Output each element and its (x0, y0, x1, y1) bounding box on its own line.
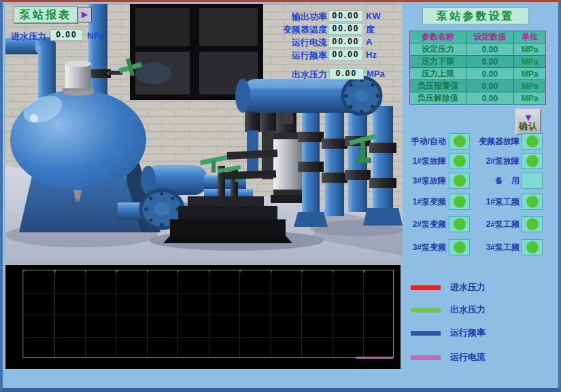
run-current-unit: A (366, 37, 372, 47)
param-value-field[interactable]: 0.00 (466, 80, 514, 92)
table-row: 负压解除值 0.00 MPa (410, 92, 546, 105)
outlet-pressure-label: 出水压力 (259, 69, 327, 81)
lamp-pump2-fault (522, 153, 543, 169)
param-name: 负压报警值 (410, 80, 466, 92)
status-label-manual-auto: 手动/自动 (401, 133, 446, 149)
legend-swatch-run-frequency (411, 331, 441, 336)
output-power-label: 输出功率 (259, 11, 327, 23)
run-current-value: 00.00 (328, 36, 363, 48)
table-row: 压力下限 0.00 MPa (410, 56, 546, 68)
status-label-pump2-vfd: 2#泵变频 (401, 216, 446, 232)
param-name: 压力上限 (410, 68, 466, 80)
lamp-dot (526, 196, 539, 208)
lamp-pump2-mains (522, 216, 543, 232)
trend-plot-area (22, 270, 394, 358)
status-label-pump3-mains: 3#泵工频 (469, 239, 520, 255)
lamp-dot (454, 241, 466, 253)
param-unit: MPa (514, 92, 546, 105)
table-row: 负压报警值 0.00 MPa (410, 80, 546, 92)
lamp-dot (454, 196, 466, 208)
status-label-pump3-fault: 3#泵故障 (401, 173, 446, 189)
lamp-dot (526, 135, 539, 147)
status-label-pump1-vfd: 1#泵变频 (401, 194, 446, 210)
lamp-pump3-mains (522, 239, 543, 255)
lamp-pump2-vfd (449, 216, 470, 232)
run-frequency-label: 运行频率 (259, 50, 327, 62)
param-value-field[interactable]: 0.00 (466, 43, 514, 56)
lamp-pump1-fault (449, 153, 470, 169)
legend-label-outlet-pressure: 出水压力 (450, 304, 486, 316)
col-header-unit: 单位 (514, 31, 546, 43)
inverter-temp-unit: 度 (366, 24, 375, 36)
legend-swatch-outlet-pressure (411, 308, 441, 313)
status-row: 2#泵变频 2#泵工频 (3, 216, 561, 232)
param-unit: MPa (514, 43, 546, 56)
inlet-pressure-label: 进水压力 (11, 31, 46, 43)
inlet-pressure-unit: NPa (87, 31, 104, 41)
status-row: 手动/自动 变频器故障 (3, 133, 561, 149)
lamp-dot (454, 175, 466, 187)
status-row: 1#泵故障 2#泵故障 (3, 153, 561, 169)
status-label-vfd-fault: 变频器故障 (469, 133, 520, 149)
status-row: 3#泵故障 备 用 (3, 173, 561, 189)
lamp-dot (526, 155, 539, 167)
param-value-field[interactable]: 0.00 (466, 92, 514, 105)
outlet-pressure-unit: MPa (367, 69, 385, 79)
status-row: 1#泵变频 1#泵工频 (3, 194, 561, 210)
run-current-label: 运行电流 (259, 37, 327, 49)
lamp-pump1-mains (522, 194, 543, 210)
lamp-vfd-fault (522, 133, 543, 149)
report-button[interactable]: 泵站报表 (14, 6, 78, 23)
lamp-dot (454, 135, 466, 147)
col-header-name: 参数名称 (410, 31, 466, 43)
param-unit: MPa (514, 56, 546, 68)
param-unit: MPa (514, 80, 546, 92)
output-power-unit: KW (366, 11, 381, 21)
param-name: 压力下限 (410, 56, 466, 68)
status-row: 3#泵变频 3#泵工频 (3, 239, 561, 255)
status-label-pump2-fault: 2#泵故障 (469, 153, 520, 169)
settings-panel-title: 泵站参数设置 (422, 7, 529, 24)
status-label-spare: 备 用 (469, 173, 520, 189)
lamp-dot (526, 218, 539, 230)
play-icon[interactable]: ▶ (78, 7, 92, 22)
lamp-manual-auto (449, 133, 470, 149)
status-label-pump3-vfd: 3#泵变频 (401, 239, 446, 255)
run-current-trace (356, 357, 393, 359)
run-frequency-value: 00.00 (328, 49, 363, 60)
legend-label-run-current: 运行电流 (450, 351, 486, 363)
lamp-dot (454, 155, 466, 167)
output-power-value: 00.00 (328, 10, 363, 22)
confirm-button[interactable]: ▼ 确认 (515, 109, 541, 135)
lamp-spare (522, 173, 543, 189)
legend-swatch-inlet-pressure (411, 285, 441, 290)
legend-label-inlet-pressure: 进水压力 (450, 281, 486, 293)
pump-station-hmi-screen: 泵站报表 ▶ 进水压力 0.00 NPa 输出功率 00.00 KW 变频器温度… (0, 0, 561, 392)
confirm-label: 确认 (519, 122, 538, 130)
param-value-field[interactable]: 0.00 (466, 68, 514, 80)
legend-swatch-run-current (411, 355, 441, 360)
lamp-pump1-vfd (449, 194, 470, 210)
status-label-pump1-mains: 1#泵工频 (469, 194, 520, 210)
outlet-pressure-value: 0.00 (329, 68, 364, 79)
lamp-dot (454, 218, 466, 230)
lamp-pump3-vfd (449, 239, 470, 255)
run-frequency-unit: Hz (366, 50, 377, 60)
status-label-pump1-fault: 1#泵故障 (401, 153, 446, 169)
tank-top-vent (63, 60, 94, 96)
param-unit: MPa (514, 68, 546, 80)
param-name: 设定压力 (410, 43, 466, 56)
table-row: 设定压力 0.00 MPa (410, 43, 546, 56)
legend-label-run-frequency: 运行频率 (450, 327, 486, 339)
table-row: 压力上限 0.00 MPa (410, 68, 546, 80)
settings-table: 参数名称 设定数值 单位 设定压力 0.00 MPa 压力下限 0.00 MPa… (409, 31, 546, 105)
inverter-temp-value: 00.00 (328, 23, 363, 35)
trend-chart (5, 265, 401, 369)
inverter-temp-label: 变频器温度 (259, 24, 327, 36)
param-name: 负压解除值 (410, 92, 466, 105)
lamp-pump3-fault (449, 173, 470, 189)
col-header-value: 设定数值 (466, 31, 514, 43)
lamp-dot (526, 241, 539, 253)
inlet-pressure-value: 0.00 (50, 29, 83, 41)
param-value-field[interactable]: 0.00 (466, 56, 514, 68)
